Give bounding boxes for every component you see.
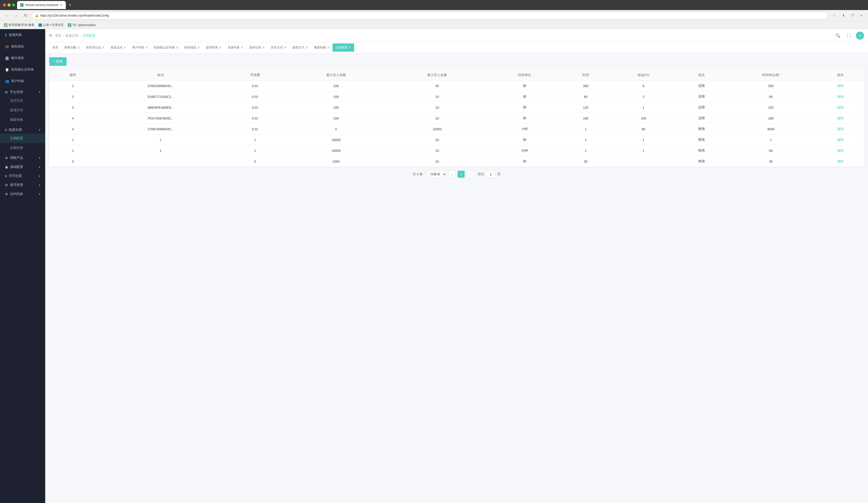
tab-wallet-addr-close[interactable]: ✕ [197, 46, 200, 50]
tab-user-list-close[interactable]: ✕ [145, 46, 148, 50]
cell-action[interactable]: 编辑 [817, 145, 864, 156]
sidebar-item-users[interactable]: 👥 用户列表 [0, 75, 45, 87]
nav-back-button[interactable]: ‹ [3, 12, 10, 19]
tab-funds[interactable]: 资金流水 ✕ [107, 43, 129, 52]
tab-transfer-record-close[interactable]: ✕ [262, 46, 265, 50]
breadcrumb-flash-trade[interactable]: 急速交易 [65, 33, 79, 38]
sidebar-item-wallet-address[interactable]: 💼 钱包地址 [0, 41, 45, 52]
edit-link[interactable]: 编辑 [837, 149, 844, 153]
edit-link[interactable]: 编辑 [837, 105, 844, 109]
tab-user-list[interactable]: 用户列表 ✕ [129, 43, 151, 52]
cell-profit: 100 [609, 113, 678, 124]
download-icon[interactable]: ⬇ [840, 12, 847, 19]
cell-action[interactable]: 编辑 [817, 124, 864, 135]
tab-kyc-list-close[interactable]: ✕ [176, 46, 178, 50]
tab-admin-log-close[interactable]: ✕ [102, 46, 104, 50]
dot-yellow[interactable] [8, 3, 11, 7]
tab-withdraw-list-close[interactable]: ✕ [219, 46, 221, 50]
tab-withdraw-list[interactable]: 提现列表 ✕ [203, 43, 225, 52]
tab-close-icon[interactable]: ✕ [60, 3, 63, 7]
edit-link[interactable]: 编辑 [837, 159, 844, 163]
bookmark-code[interactable]: 📁 程序搭建/开发/修复 [4, 23, 34, 27]
sidebar-toggle-icon[interactable]: ≡ [49, 33, 52, 38]
cell-fee: 0.01 [225, 81, 285, 91]
sidebar-item-kyc[interactable]: 📋 初高级认证列表 [0, 64, 45, 75]
sidebar-child-trade-list[interactable]: 交易列表 [0, 143, 45, 153]
sidebar-section-new-coin[interactable]: ⚙ 新币管理 ▾ [0, 180, 45, 189]
tab-funds-close[interactable]: ✕ [124, 46, 126, 50]
sidebar-item-bank[interactable]: 🏦 银行收款 [0, 52, 45, 64]
edit-link[interactable]: 编辑 [837, 95, 844, 98]
sidebar-section-finance[interactable]: ⚙ 理财产品 ▾ [0, 153, 45, 162]
tab-permissions[interactable]: 权限分配 ✕ [61, 43, 83, 52]
edit-link[interactable]: 编辑 [837, 138, 844, 142]
fullscreen-button[interactable]: ⛶ [845, 32, 853, 40]
prev-page-button[interactable]: ‹ [448, 171, 456, 178]
sidebar-child-payment[interactable]: 支付方式 [0, 96, 45, 105]
avatar[interactable]: U [856, 32, 864, 40]
cell-action[interactable]: 编辑 [817, 81, 864, 91]
tab-kyc-list[interactable]: 初高级认证列表 ✕ [151, 43, 181, 52]
address-bar[interactable]: 🔒 https://jys108-admin.timibbs.vip/#/tra… [32, 12, 828, 19]
tab-quota-close[interactable]: ✕ [327, 46, 330, 50]
edit-link[interactable]: 编辑 [837, 116, 844, 120]
cell-action[interactable]: 编辑 [817, 135, 864, 145]
cell-action[interactable]: 编辑 [817, 113, 864, 124]
breadcrumb-home[interactable]: 首页 [55, 33, 62, 38]
menu-icon[interactable]: ≡ [858, 12, 865, 19]
tab-trade-config-close[interactable]: ✕ [349, 46, 351, 50]
sidebar-child-quota[interactable]: 额度转换 [0, 115, 45, 125]
sidebar-item-withdraw-list[interactable]: ₿ 提现列表 [0, 29, 45, 41]
tab-quota[interactable]: 额度转换 ✕ [311, 43, 332, 52]
url-text: https://jys108-admin.timibbs.vip/#/trade… [40, 14, 109, 17]
tab-recharge-list-close[interactable]: ✕ [241, 46, 243, 50]
cell-order: 4 [49, 124, 97, 135]
tab-payment-method[interactable]: 支付方式 ✕ [268, 43, 289, 52]
sidebar-section-flash-trade[interactable]: ¥ 急速交易 ▾ [0, 125, 45, 134]
sidebar-child-trade-config[interactable]: 交易配置 [0, 134, 45, 143]
tab-trade-config[interactable]: 交易配置 ✕ [332, 43, 354, 52]
dot-green[interactable] [12, 3, 15, 7]
tab-wallet-addr[interactable]: 钱包地址 ✕ [181, 43, 203, 52]
next-page-button[interactable]: › [467, 171, 474, 178]
goto-input[interactable] [486, 171, 496, 178]
sidebar-section-platform[interactable]: ⊞ 平台管理 ▾ [0, 87, 45, 96]
page-1-button[interactable]: 1 [458, 171, 465, 178]
page-goto: 前往 页 [478, 171, 500, 178]
goto-prefix: 前往 [478, 172, 484, 177]
shield-icon[interactable]: 🛡 [849, 12, 856, 19]
bookmark-community[interactable]: 🔵 认准->天美社区 [39, 23, 64, 27]
cell-action[interactable]: 编辑 [817, 91, 864, 102]
nav-refresh-button[interactable]: ↻ [22, 12, 29, 19]
flash-trade-icon: ¥ [5, 128, 7, 132]
sidebar-child-withdraw-method[interactable]: 提现方式 [0, 105, 45, 115]
edit-link[interactable]: 编辑 [837, 127, 844, 131]
cell-action[interactable]: 编辑 [817, 102, 864, 113]
bookmark-tg[interactable]: ✈ TG: @tianmeibbs [68, 23, 96, 27]
tab-home[interactable]: 首页 [49, 43, 61, 52]
nav-forward-button[interactable]: › [12, 12, 20, 19]
page-size-select[interactable]: 10条/页 20条/页 50条/页 [427, 171, 446, 177]
cell-action[interactable]: 编辑 [817, 156, 864, 167]
sidebar-section-coin-trade[interactable]: ¥ 币币交易 ▾ [0, 171, 45, 180]
tab-permissions-close[interactable]: ✕ [78, 46, 80, 50]
tab-transfer-record[interactable]: 划转记录 ✕ [246, 43, 268, 52]
new-coin-icon: ⚙ [5, 183, 8, 187]
new-tab-button[interactable]: + [69, 2, 72, 8]
cell-status: 启用 [678, 91, 725, 102]
add-new-button[interactable]: + 新增 [49, 57, 66, 66]
tab-withdraw-method[interactable]: 提现方式 ✕ [289, 43, 311, 52]
cell-fee: 0 [225, 156, 285, 167]
tab-withdraw-method-close[interactable]: ✕ [306, 46, 308, 50]
dot-red[interactable] [3, 3, 6, 7]
sidebar-section-base-config[interactable]: ▣ 基础配置 ▾ [0, 162, 45, 171]
tab-recharge-list[interactable]: 充值列表 ✕ [225, 43, 246, 52]
cell-fee: 1 [225, 145, 285, 156]
tab-admin-log[interactable]: 管理员日志 ✕ [83, 43, 107, 52]
sidebar-section-contract[interactable]: ⚙ 合约列表 ▾ [0, 189, 45, 198]
search-button[interactable]: 🔍 [834, 32, 842, 40]
edit-link[interactable]: 编辑 [837, 84, 844, 87]
bookmark-icon[interactable]: ☆ [831, 12, 838, 19]
tab-payment-method-close[interactable]: ✕ [284, 46, 286, 50]
browser-tab[interactable]: Virtual currency backend ✕ [17, 1, 66, 9]
